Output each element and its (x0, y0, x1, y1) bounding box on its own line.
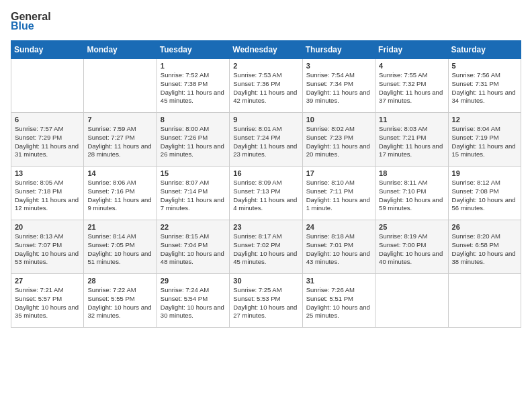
day-number: 2 (233, 62, 298, 70)
day-info: Sunrise: 8:10 AM Sunset: 7:11 PM Dayligh… (306, 179, 371, 213)
day-cell: 15Sunrise: 8:07 AM Sunset: 7:14 PM Dayli… (157, 167, 229, 220)
day-info: Sunrise: 7:52 AM Sunset: 7:38 PM Dayligh… (161, 71, 226, 105)
day-cell: 9Sunrise: 8:01 AM Sunset: 7:24 PM Daylig… (230, 113, 302, 167)
day-info: Sunrise: 8:04 AM Sunset: 7:19 PM Dayligh… (452, 125, 517, 159)
day-cell: 20Sunrise: 8:13 AM Sunset: 7:07 PM Dayli… (11, 220, 84, 274)
day-number: 24 (306, 223, 371, 231)
day-number: 23 (233, 223, 298, 231)
day-info: Sunrise: 8:11 AM Sunset: 7:10 PM Dayligh… (379, 179, 444, 213)
day-info: Sunrise: 8:01 AM Sunset: 7:24 PM Dayligh… (233, 125, 298, 159)
day-number: 9 (233, 116, 298, 124)
day-cell: 7Sunrise: 7:59 AM Sunset: 7:27 PM Daylig… (84, 113, 157, 167)
day-number: 21 (87, 223, 152, 231)
day-cell: 3Sunrise: 7:54 AM Sunset: 7:34 PM Daylig… (302, 59, 375, 113)
day-cell: 13Sunrise: 8:05 AM Sunset: 7:18 PM Dayli… (11, 167, 84, 220)
day-number: 10 (306, 116, 371, 124)
day-cell: 25Sunrise: 8:19 AM Sunset: 7:00 PM Dayli… (375, 220, 448, 274)
day-number: 26 (452, 223, 517, 231)
calendar-table: SundayMondayTuesdayWednesdayThursdayFrid… (11, 40, 521, 328)
day-cell: 1Sunrise: 7:52 AM Sunset: 7:38 PM Daylig… (157, 59, 229, 113)
calendar-body: 1Sunrise: 7:52 AM Sunset: 7:38 PM Daylig… (11, 59, 521, 328)
day-cell: 12Sunrise: 8:04 AM Sunset: 7:19 PM Dayli… (448, 113, 521, 167)
day-info: Sunrise: 8:09 AM Sunset: 7:13 PM Dayligh… (233, 179, 298, 213)
day-number: 4 (379, 62, 444, 70)
day-number: 30 (233, 277, 298, 285)
day-info: Sunrise: 7:53 AM Sunset: 7:36 PM Dayligh… (233, 71, 298, 105)
day-cell: 4Sunrise: 7:55 AM Sunset: 7:32 PM Daylig… (375, 59, 448, 113)
day-number: 12 (452, 116, 517, 124)
day-cell (375, 274, 448, 328)
day-number: 15 (161, 169, 226, 177)
day-cell: 19Sunrise: 8:12 AM Sunset: 7:08 PM Dayli… (448, 167, 521, 220)
day-number: 6 (15, 116, 80, 124)
day-number: 8 (161, 116, 226, 124)
day-cell: 6Sunrise: 7:57 AM Sunset: 7:29 PM Daylig… (11, 113, 84, 167)
day-number: 31 (306, 277, 371, 285)
day-cell: 11Sunrise: 8:03 AM Sunset: 7:21 PM Dayli… (375, 113, 448, 167)
day-number: 28 (87, 277, 152, 285)
day-info: Sunrise: 7:24 AM Sunset: 5:54 PM Dayligh… (161, 286, 226, 320)
day-cell: 22Sunrise: 8:15 AM Sunset: 7:04 PM Dayli… (157, 220, 229, 274)
day-number: 27 (15, 277, 80, 285)
day-cell (84, 59, 157, 113)
day-cell: 26Sunrise: 8:20 AM Sunset: 6:58 PM Dayli… (448, 220, 521, 274)
day-number: 22 (161, 223, 226, 231)
logo: General Blue (11, 11, 51, 32)
day-info: Sunrise: 8:03 AM Sunset: 7:21 PM Dayligh… (379, 125, 444, 159)
day-number: 18 (379, 169, 444, 177)
day-info: Sunrise: 8:19 AM Sunset: 7:00 PM Dayligh… (379, 232, 444, 267)
day-info: Sunrise: 7:22 AM Sunset: 5:55 PM Dayligh… (87, 286, 152, 320)
day-info: Sunrise: 7:26 AM Sunset: 5:51 PM Dayligh… (306, 286, 371, 320)
day-info: Sunrise: 7:56 AM Sunset: 7:31 PM Dayligh… (452, 71, 517, 105)
day-cell: 27Sunrise: 7:21 AM Sunset: 5:57 PM Dayli… (11, 274, 84, 328)
day-cell: 24Sunrise: 8:18 AM Sunset: 7:01 PM Dayli… (302, 220, 375, 274)
day-number: 16 (233, 169, 298, 177)
day-info: Sunrise: 8:00 AM Sunset: 7:26 PM Dayligh… (161, 125, 226, 159)
day-number: 11 (379, 116, 444, 124)
day-cell: 8Sunrise: 8:00 AM Sunset: 7:26 PM Daylig… (157, 113, 229, 167)
day-cell: 17Sunrise: 8:10 AM Sunset: 7:11 PM Dayli… (302, 167, 375, 220)
day-cell: 23Sunrise: 8:17 AM Sunset: 7:02 PM Dayli… (230, 220, 302, 274)
day-info: Sunrise: 8:14 AM Sunset: 7:05 PM Dayligh… (87, 232, 152, 267)
day-info: Sunrise: 7:54 AM Sunset: 7:34 PM Dayligh… (306, 71, 371, 105)
calendar-header: SundayMondayTuesdayWednesdayThursdayFrid… (11, 41, 521, 59)
week-row-3: 20Sunrise: 8:13 AM Sunset: 7:07 PM Dayli… (11, 220, 521, 274)
week-row-0: 1Sunrise: 7:52 AM Sunset: 7:38 PM Daylig… (11, 59, 521, 113)
logo-blue-text: Blue (11, 20, 34, 32)
day-info: Sunrise: 7:21 AM Sunset: 5:57 PM Dayligh… (15, 286, 80, 320)
logo-container: General Blue (11, 11, 51, 32)
header-sunday: Sunday (11, 41, 84, 59)
day-cell (448, 274, 521, 328)
day-cell: 21Sunrise: 8:14 AM Sunset: 7:05 PM Dayli… (84, 220, 157, 274)
day-info: Sunrise: 8:05 AM Sunset: 7:18 PM Dayligh… (15, 179, 80, 213)
day-number: 1 (161, 62, 226, 70)
page-header: General Blue (11, 11, 521, 32)
day-number: 14 (87, 169, 152, 177)
day-info: Sunrise: 7:57 AM Sunset: 7:29 PM Dayligh… (15, 125, 80, 159)
day-cell: 28Sunrise: 7:22 AM Sunset: 5:55 PM Dayli… (84, 274, 157, 328)
day-cell (11, 59, 84, 113)
day-info: Sunrise: 8:17 AM Sunset: 7:02 PM Dayligh… (233, 232, 298, 267)
day-cell: 5Sunrise: 7:56 AM Sunset: 7:31 PM Daylig… (448, 59, 521, 113)
day-info: Sunrise: 8:13 AM Sunset: 7:07 PM Dayligh… (15, 232, 80, 267)
header-row: SundayMondayTuesdayWednesdayThursdayFrid… (11, 41, 521, 59)
day-cell: 30Sunrise: 7:25 AM Sunset: 5:53 PM Dayli… (230, 274, 302, 328)
day-number: 29 (161, 277, 226, 285)
day-number: 13 (15, 169, 80, 177)
week-row-1: 6Sunrise: 7:57 AM Sunset: 7:29 PM Daylig… (11, 113, 521, 167)
day-number: 5 (452, 62, 517, 70)
day-number: 7 (87, 116, 152, 124)
day-cell: 14Sunrise: 8:06 AM Sunset: 7:16 PM Dayli… (84, 167, 157, 220)
day-info: Sunrise: 7:59 AM Sunset: 7:27 PM Dayligh… (87, 125, 152, 159)
day-info: Sunrise: 8:18 AM Sunset: 7:01 PM Dayligh… (306, 232, 371, 267)
day-info: Sunrise: 7:55 AM Sunset: 7:32 PM Dayligh… (379, 71, 444, 105)
day-number: 20 (15, 223, 80, 231)
day-info: Sunrise: 8:06 AM Sunset: 7:16 PM Dayligh… (87, 179, 152, 213)
header-monday: Monday (84, 41, 157, 59)
day-info: Sunrise: 8:07 AM Sunset: 7:14 PM Dayligh… (161, 179, 226, 213)
day-info: Sunrise: 8:12 AM Sunset: 7:08 PM Dayligh… (452, 179, 517, 213)
header-friday: Friday (375, 41, 448, 59)
day-cell: 16Sunrise: 8:09 AM Sunset: 7:13 PM Dayli… (230, 167, 302, 220)
day-info: Sunrise: 8:15 AM Sunset: 7:04 PM Dayligh… (161, 232, 226, 267)
week-row-4: 27Sunrise: 7:21 AM Sunset: 5:57 PM Dayli… (11, 274, 521, 328)
